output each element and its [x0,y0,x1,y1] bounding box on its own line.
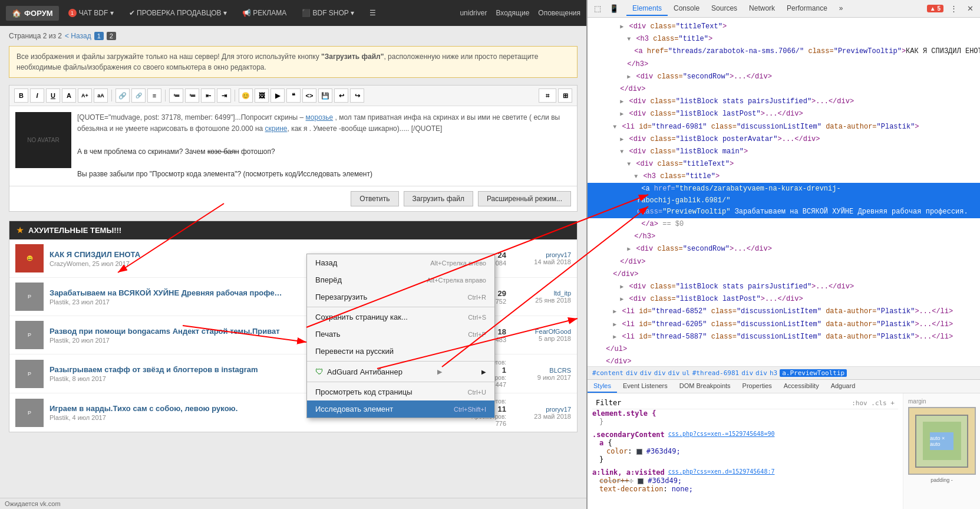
item-title[interactable]: КАК Я СПИЗДИЛ ЕНОТА [50,250,285,259]
ctx-save[interactable]: Сохранить страницу как... Ctrl+S [307,308,494,326]
tab-performance[interactable]: Performance [781,2,833,16]
ctx-inspect[interactable]: Исследовать элемент Ctrl+Shift+I [307,400,494,418]
dom-line[interactable]: ▼ <div class="titleText"> [588,158,980,170]
toolbar-list2[interactable]: ≔ [185,88,199,103]
tab-network[interactable]: Network [743,2,781,16]
dom-line[interactable]: ▼ <div class="listBlock main"> [588,146,980,158]
dom-line[interactable]: </ul> [588,343,980,356]
dom-line[interactable]: ▶ <li id="thread-5887" class="discussion… [588,331,980,343]
toolbar-media[interactable]: ▶ [270,88,285,103]
crumb-div3[interactable]: div [755,369,767,377]
dom-line[interactable]: </div> [588,256,980,268]
nav-brand[interactable]: 🏠 ФОРУМ [6,6,59,21]
ctx-translate[interactable]: Перевести на русский [307,343,494,360]
crumb-div1[interactable]: div [640,369,652,377]
nav-menu-icon[interactable]: ☰ [364,6,382,20]
breadcrumb-back[interactable]: < Назад [65,32,91,40]
tab-sources[interactable]: Sources [705,2,743,16]
toolbar-image[interactable]: 🖼 [255,88,269,103]
styles-tab-styles[interactable]: Styles [588,380,617,393]
toolbar-fontsize2[interactable]: A+ [78,88,92,103]
toolbar-bold[interactable]: B [14,88,28,103]
toolbar-link2[interactable]: 🔗 [131,88,146,103]
advanced-button[interactable]: Расширенный режим... [478,191,571,206]
page-1[interactable]: 1 [94,32,104,40]
toolbar-quote[interactable]: ❝ [286,88,301,103]
item-title[interactable]: Играем в нарды.Тихо сам с собою, левою р… [50,404,285,413]
devtools-mobile-icon[interactable]: 📱 [608,2,621,15]
item-title[interactable]: Зарабатываем на ВСЯКОЙ ХУЙНЕ Древняя раб… [50,288,285,297]
dom-line[interactable]: ▶ <div class="listBlock posterAvatar">..… [588,133,980,146]
dom-line[interactable]: </h3> [588,231,980,243]
toolbar-list1[interactable]: ≔ [169,88,183,103]
styles-tab-dom-breakpoints[interactable]: DOM Breakpoints [674,380,737,393]
crumb-active[interactable]: a.PreviewTooltip [780,369,847,377]
nav-ads[interactable]: 📢 РЕКЛАМА [236,6,292,20]
dom-line[interactable]: </div> [588,83,980,96]
nav-shop[interactable]: ⬛ BDF SHOP ▾ [296,6,360,20]
dom-line[interactable]: ▶ <div class="listBlock lastPost">...</d… [588,293,980,306]
dom-line[interactable]: ▶ <li id="thread-6205" class="discussion… [588,318,980,331]
dom-line[interactable]: ▶ <div class="secondRow">...</div> [588,71,980,83]
dom-line[interactable]: ▶ <div class="listBlock stats pairsJusti… [588,281,980,293]
item-title[interactable]: Развод при помощи bongacams Андект старо… [50,327,285,336]
styles-tab-adguard[interactable]: Adguard [825,380,862,393]
ctx-reload[interactable]: Перезагрузить Ctrl+R [307,288,494,306]
dom-line[interactable]: ▼ <h3 class="title"> [588,33,980,45]
page-2[interactable]: 2 [107,32,116,40]
reply-button[interactable]: Ответить [351,191,398,206]
crumb-content[interactable]: #content [592,369,623,377]
nav-username[interactable]: unidriver [460,9,487,17]
toolbar-code[interactable]: <> [302,88,316,103]
toolbar-italic[interactable]: I [30,88,44,103]
tab-more[interactable]: » [833,2,849,16]
dom-line[interactable]: ▶ <li id="thread-6852" class="discussion… [588,306,980,318]
toolbar-emoji[interactable]: 😊 [239,88,253,103]
dom-line[interactable]: </a> == $0 [588,218,980,231]
dom-line[interactable]: ▶ <div class="secondRow">...</div> [588,243,980,255]
dom-line[interactable]: </div> [588,356,980,366]
toolbar-link[interactable]: 🔗 [116,88,130,103]
styles-tab-properties[interactable]: Properties [737,380,778,393]
ctx-back[interactable]: Назад Alt+Стрелка влево [307,254,494,271]
ctx-adguard[interactable]: 🛡 AdGuard Антибаннер ▶ [307,363,494,380]
toolbar-save[interactable]: 💾 [318,88,332,103]
dom-line[interactable]: ▼ <h3 class="title"> [588,170,980,183]
item-title[interactable]: Разыгрываем стафф от звёзд и блогтеров в… [50,365,285,374]
toolbar-redo[interactable]: ↪ [350,88,364,103]
nav-chat[interactable]: 1 ЧАТ BDF ▾ [62,6,120,20]
crumb-div2[interactable]: div [668,369,680,377]
tab-console[interactable]: Console [668,2,705,16]
pseudo-filter[interactable]: :hov .cls + [852,399,895,407]
toolbar-indent1[interactable]: ⇤ [201,88,215,103]
ctx-view-source[interactable]: Просмотреть код страницы Ctrl+U [307,383,494,400]
dom-line[interactable]: ▶ <div class="listBlock stats pairsJusti… [588,96,980,108]
tab-elements[interactable]: Elements [626,2,668,16]
toolbar-fontsize3[interactable]: aA [94,88,108,103]
dom-line[interactable]: ▼ <li id="thread-6981" class="discussion… [588,121,980,133]
toolbar-align[interactable]: ≡ [147,88,161,103]
toolbar-fontsize[interactable]: A [62,88,76,103]
toolbar-undo[interactable]: ↩ [334,88,348,103]
devtools-settings-icon[interactable]: ⋮ [947,2,960,15]
toolbar-source[interactable]: ⌗ [539,88,556,103]
nav-inbox[interactable]: Входящие [496,9,529,17]
toolbar-expand[interactable]: ⊞ [558,88,572,103]
dom-line[interactable]: </div> [588,268,980,281]
dom-line[interactable]: ▶ <div class="titleText"> [588,21,980,33]
styles-tab-event[interactable]: Event Listeners [617,380,674,393]
crumb-thread[interactable]: #thread-6981 [692,369,739,377]
nav-notifications[interactable]: Оповещения [538,9,580,17]
styles-tab-accessibility[interactable]: Accessibility [778,380,825,393]
dom-line[interactable]: <a href="threads/zarabotok-na-sms.7066/"… [588,45,980,58]
dom-line-selected[interactable]: <a href="threads/zarabatyvaem-na-kurax-d… [588,183,980,218]
nav-check[interactable]: ✔ ПРОВЕРКА ПРОДАВЦОВ ▾ [123,6,233,20]
ctx-forward[interactable]: Вперёд Alt+Стрелка вправо [307,271,494,288]
dom-line[interactable]: </h3> [588,58,980,71]
devtools-close-icon[interactable]: ✕ [963,2,976,15]
ctx-print[interactable]: Печать Ctrl+P [307,326,494,343]
upload-button[interactable]: Загрузить файл [404,191,473,206]
styles-filter-input[interactable] [624,399,849,406]
editor-text[interactable]: [QUOTE="mudvage, post: 37178, member: 64… [77,112,571,180]
toolbar-underline[interactable]: U [46,88,60,103]
